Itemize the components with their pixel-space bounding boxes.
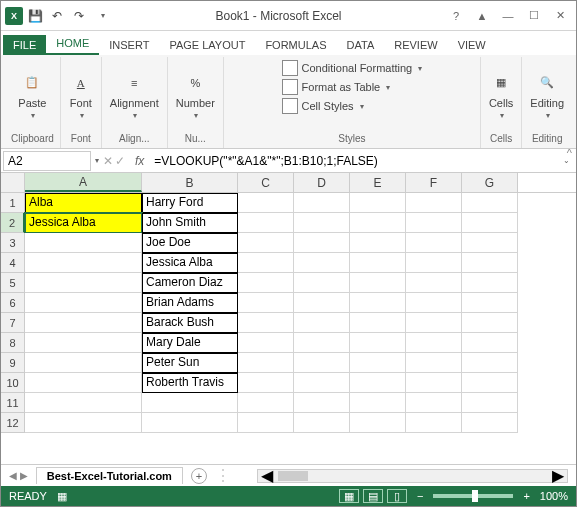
cell-B7[interactable]: Barack Bush (142, 313, 238, 333)
cell-E12[interactable] (350, 413, 406, 433)
cell-E2[interactable] (350, 213, 406, 233)
cell-C3[interactable] (238, 233, 294, 253)
cell-E3[interactable] (350, 233, 406, 253)
page-break-button[interactable]: ▯ (387, 489, 407, 503)
cell-A10[interactable] (25, 373, 142, 393)
select-all-corner[interactable] (1, 173, 25, 192)
tab-file[interactable]: FILE (3, 35, 46, 55)
col-header-F[interactable]: F (406, 173, 462, 192)
cell-D7[interactable] (294, 313, 350, 333)
cell-G6[interactable] (462, 293, 518, 313)
cell-C8[interactable] (238, 333, 294, 353)
cell-D5[interactable] (294, 273, 350, 293)
cell-A12[interactable] (25, 413, 142, 433)
collapse-ribbon-button[interactable]: ▲ (470, 6, 494, 26)
row-header-12[interactable]: 12 (1, 413, 25, 433)
col-header-C[interactable]: C (238, 173, 294, 192)
cell-C7[interactable] (238, 313, 294, 333)
cell-F11[interactable] (406, 393, 462, 413)
cell-B9[interactable]: Peter Sun (142, 353, 238, 373)
cell-B6[interactable]: Brian Adams (142, 293, 238, 313)
row-header-8[interactable]: 8 (1, 333, 25, 353)
cell-B11[interactable] (142, 393, 238, 413)
cell-G12[interactable] (462, 413, 518, 433)
cell-F10[interactable] (406, 373, 462, 393)
row-header-2[interactable]: 2 (1, 213, 25, 233)
cell-E4[interactable] (350, 253, 406, 273)
cell-A1[interactable]: Alba (25, 193, 142, 213)
row-header-5[interactable]: 5 (1, 273, 25, 293)
cell-A9[interactable] (25, 353, 142, 373)
zoom-out-button[interactable]: − (417, 490, 423, 502)
cell-F2[interactable] (406, 213, 462, 233)
tab-review[interactable]: REVIEW (384, 35, 447, 55)
formula-input[interactable] (150, 152, 561, 170)
cell-E9[interactable] (350, 353, 406, 373)
cell-A8[interactable] (25, 333, 142, 353)
close-button[interactable]: ✕ (548, 6, 572, 26)
cell-G8[interactable] (462, 333, 518, 353)
zoom-slider[interactable] (433, 494, 513, 498)
zoom-level[interactable]: 100% (540, 490, 568, 502)
fx-icon[interactable]: fx (129, 154, 150, 168)
cell-D1[interactable] (294, 193, 350, 213)
cell-C11[interactable] (238, 393, 294, 413)
row-header-6[interactable]: 6 (1, 293, 25, 313)
col-header-B[interactable]: B (142, 173, 238, 192)
sheet-nav[interactable]: ◀ ▶ (9, 470, 28, 481)
cell-D10[interactable] (294, 373, 350, 393)
sheet-tab[interactable]: Best-Excel-Tutorial.com (36, 467, 183, 484)
cell-F6[interactable] (406, 293, 462, 313)
cell-A2[interactable]: Jessica Alba (25, 213, 142, 233)
row-header-7[interactable]: 7 (1, 313, 25, 333)
cell-G5[interactable] (462, 273, 518, 293)
col-header-D[interactable]: D (294, 173, 350, 192)
font-button[interactable]: A Font ▾ (67, 69, 95, 122)
cell-G9[interactable] (462, 353, 518, 373)
cell-A3[interactable] (25, 233, 142, 253)
cell-C4[interactable] (238, 253, 294, 273)
cell-G4[interactable] (462, 253, 518, 273)
cell-B12[interactable] (142, 413, 238, 433)
cell-G3[interactable] (462, 233, 518, 253)
cell-E7[interactable] (350, 313, 406, 333)
cell-D3[interactable] (294, 233, 350, 253)
cell-D6[interactable] (294, 293, 350, 313)
cell-C6[interactable] (238, 293, 294, 313)
cell-B10[interactable]: Roberth Travis (142, 373, 238, 393)
cell-A6[interactable] (25, 293, 142, 313)
cell-F5[interactable] (406, 273, 462, 293)
cell-B3[interactable]: Joe Doe (142, 233, 238, 253)
cell-C12[interactable] (238, 413, 294, 433)
row-header-4[interactable]: 4 (1, 253, 25, 273)
undo-button[interactable]: ↶ (47, 6, 67, 26)
cell-D9[interactable] (294, 353, 350, 373)
editing-button[interactable]: 🔍 Editing ▾ (528, 69, 566, 122)
cell-G2[interactable] (462, 213, 518, 233)
col-header-G[interactable]: G (462, 173, 518, 192)
cell-D11[interactable] (294, 393, 350, 413)
cell-F9[interactable] (406, 353, 462, 373)
cell-C9[interactable] (238, 353, 294, 373)
cell-C2[interactable] (238, 213, 294, 233)
cell-F12[interactable] (406, 413, 462, 433)
number-button[interactable]: % Number ▾ (174, 69, 217, 122)
cell-D4[interactable] (294, 253, 350, 273)
ribbon-expand-icon[interactable]: ^ (567, 147, 572, 159)
col-header-A[interactable]: A (25, 173, 142, 192)
tab-home[interactable]: HOME (46, 33, 99, 55)
cell-B4[interactable]: Jessica Alba (142, 253, 238, 273)
tab-page-layout[interactable]: PAGE LAYOUT (159, 35, 255, 55)
cell-G11[interactable] (462, 393, 518, 413)
cell-styles-button[interactable]: Cell Styles▾ (280, 97, 366, 115)
cell-C10[interactable] (238, 373, 294, 393)
redo-button[interactable]: ↷ (69, 6, 89, 26)
new-sheet-button[interactable]: + (191, 468, 207, 484)
cell-E6[interactable] (350, 293, 406, 313)
cell-A5[interactable] (25, 273, 142, 293)
name-box[interactable] (3, 151, 91, 171)
cell-B5[interactable]: Cameron Diaz (142, 273, 238, 293)
cell-F3[interactable] (406, 233, 462, 253)
cell-G1[interactable] (462, 193, 518, 213)
page-layout-button[interactable]: ▤ (363, 489, 383, 503)
